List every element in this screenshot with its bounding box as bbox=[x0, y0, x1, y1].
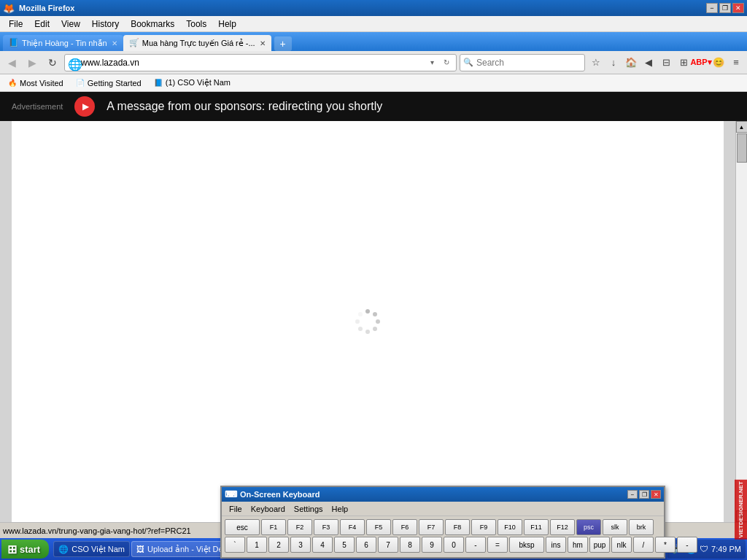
download-icon[interactable]: ↓ bbox=[605, 55, 622, 71]
ad-bar: Advertisement ▶ A message from our spons… bbox=[0, 92, 747, 121]
osk-key-f6[interactable]: F6 bbox=[392, 519, 417, 535]
start-button[interactable]: ⊞ start bbox=[1, 540, 49, 559]
osk-minimize-button[interactable]: − bbox=[627, 490, 638, 499]
osk-menu-help[interactable]: Help bbox=[328, 504, 353, 514]
menu-help[interactable]: Help bbox=[212, 18, 242, 31]
osk-key-2[interactable]: 2 bbox=[268, 537, 289, 553]
bookmark-cso[interactable]: 📘 (1) CSO Việt Nam bbox=[150, 77, 233, 90]
home-icon[interactable]: 🏠 bbox=[623, 55, 639, 71]
svg-point-7 bbox=[358, 312, 363, 316]
osk-key-f8[interactable]: F8 bbox=[445, 519, 470, 535]
minimize-button[interactable]: − bbox=[706, 3, 718, 13]
osk-key-f11[interactable]: F11 bbox=[524, 519, 549, 535]
menu-view[interactable]: View bbox=[55, 18, 86, 31]
osk-restore-button[interactable]: ❐ bbox=[639, 490, 649, 499]
menu-file[interactable]: File bbox=[3, 18, 28, 31]
osk-key-0[interactable]: 0 bbox=[444, 537, 464, 553]
rss-icon[interactable]: ◀ bbox=[640, 55, 657, 71]
tab-facebook[interactable]: 📘 Thiện Hoàng - Tin nhắn ✕ bbox=[3, 35, 123, 51]
osk-key-3[interactable]: 3 bbox=[290, 537, 311, 553]
menu-edit[interactable]: Edit bbox=[28, 18, 55, 31]
osk-menu-file[interactable]: File bbox=[225, 504, 247, 514]
menu-tools[interactable]: Tools bbox=[180, 18, 212, 31]
osk-key-4[interactable]: 4 bbox=[312, 537, 333, 553]
osk-key-f3[interactable]: F3 bbox=[314, 519, 338, 535]
osk-key-equals[interactable]: = bbox=[487, 537, 508, 553]
osk-key-slk[interactable]: slk bbox=[603, 519, 627, 535]
ad-play-icon: ▶ bbox=[82, 101, 89, 112]
address-icons: ▾ ↻ bbox=[425, 56, 453, 69]
osk-key-f1[interactable]: F1 bbox=[261, 519, 286, 535]
osk-key-esc[interactable]: esc bbox=[225, 519, 260, 535]
osk-key-1[interactable]: 1 bbox=[247, 537, 267, 553]
reload-button[interactable]: ↻ bbox=[44, 54, 61, 71]
svg-point-3 bbox=[373, 327, 377, 331]
osk-key-f12[interactable]: F12 bbox=[550, 519, 575, 535]
tray-security-icon[interactable]: 🛡 bbox=[700, 544, 708, 554]
address-go-btn[interactable]: ↻ bbox=[440, 56, 453, 69]
osk-row-function: esc F1 F2 F3 F4 F5 F6 F7 F8 F9 F10 F11 F… bbox=[225, 519, 661, 535]
osk-close-button[interactable]: ✕ bbox=[651, 490, 661, 499]
osk-key-bksp[interactable]: bksp bbox=[509, 537, 544, 553]
osk-menu-settings[interactable]: Settings bbox=[290, 504, 328, 514]
osk-key-brk[interactable]: brk bbox=[629, 519, 654, 535]
new-tab-button[interactable]: + bbox=[274, 36, 292, 51]
osk-key-minus[interactable]: - bbox=[465, 537, 486, 553]
bookmark-star-icon[interactable]: ☆ bbox=[588, 55, 604, 71]
tab-favicon-lazada: 🛒 bbox=[129, 38, 139, 48]
search-input[interactable] bbox=[476, 58, 586, 68]
adblock-icon[interactable]: ABP▾ bbox=[693, 55, 709, 71]
osk-window: ⌨ On-Screen Keyboard − ❐ ✕ File Keyboard… bbox=[220, 486, 665, 559]
osk-key-ins[interactable]: ins bbox=[546, 537, 566, 553]
osk-key-f10[interactable]: F10 bbox=[498, 519, 522, 535]
tab-lazada[interactable]: 🛒 Mua hàng Trực tuyến Giá rẻ -... ✕ bbox=[123, 35, 271, 51]
osk-key-f5[interactable]: F5 bbox=[366, 519, 391, 535]
scrollbar-track[interactable] bbox=[736, 133, 747, 510]
osk-key-numslash[interactable]: / bbox=[633, 537, 654, 553]
address-dropdown-btn[interactable]: ▾ bbox=[425, 56, 438, 69]
osk-title-text: ⌨ On-Screen Keyboard bbox=[225, 489, 320, 499]
osk-key-psc[interactable]: psc bbox=[576, 519, 601, 535]
osk-key-tilde[interactable]: ` bbox=[225, 537, 245, 553]
svg-point-0 bbox=[365, 309, 370, 314]
restore-button[interactable]: ❐ bbox=[719, 3, 731, 13]
tab-close-lazada[interactable]: ✕ bbox=[260, 39, 266, 47]
menu-bar: File Edit View History Bookmarks Tools H… bbox=[0, 16, 747, 32]
taskbar-app-browser[interactable]: 🌐 CSO Việt Nam bbox=[53, 541, 130, 557]
sync-icon[interactable]: ⊟ bbox=[658, 55, 674, 71]
osk-key-numminus[interactable]: - bbox=[677, 537, 697, 553]
osk-key-pup[interactable]: pup bbox=[589, 537, 610, 553]
bookmark-most-visited[interactable]: 🔥 Most Visited bbox=[4, 77, 66, 90]
most-visited-icon: 🔥 bbox=[7, 78, 18, 88]
osk-key-9[interactable]: 9 bbox=[422, 537, 442, 553]
back-button[interactable]: ◀ bbox=[3, 54, 20, 71]
osk-key-f7[interactable]: F7 bbox=[419, 519, 444, 535]
osk-key-f2[interactable]: F2 bbox=[287, 519, 312, 535]
close-button[interactable]: ✕ bbox=[732, 3, 744, 13]
ad-play-button[interactable]: ▶ bbox=[74, 96, 95, 117]
forward-button[interactable]: ▶ bbox=[23, 54, 41, 71]
scrollbar-up-button[interactable]: ▲ bbox=[736, 121, 748, 133]
menu-bookmarks[interactable]: Bookmarks bbox=[125, 18, 180, 31]
new-window-icon[interactable]: ⊞ bbox=[676, 55, 692, 71]
osk-key-numstar[interactable]: * bbox=[655, 537, 676, 553]
scrollbar-thumb[interactable] bbox=[737, 133, 747, 163]
osk-key-nlk[interactable]: nlk bbox=[611, 537, 632, 553]
osk-key-8[interactable]: 8 bbox=[400, 537, 420, 553]
osk-key-5[interactable]: 5 bbox=[334, 537, 355, 553]
osk-key-hm[interactable]: hm bbox=[568, 537, 588, 553]
menu-icon[interactable]: ≡ bbox=[728, 55, 744, 71]
osk-key-f4[interactable]: F4 bbox=[340, 519, 365, 535]
ad-label: Advertisement bbox=[12, 102, 63, 111]
bookmark-getting-started[interactable]: 📄 Getting Started bbox=[72, 77, 144, 90]
osk-key-6[interactable]: 6 bbox=[356, 537, 376, 553]
osk-key-f9[interactable]: F9 bbox=[471, 519, 496, 535]
osk-menu-keyboard[interactable]: Keyboard bbox=[247, 504, 290, 514]
osk-key-7[interactable]: 7 bbox=[378, 537, 398, 553]
address-input[interactable] bbox=[81, 58, 422, 68]
menu-history[interactable]: History bbox=[86, 18, 125, 31]
persona-icon[interactable]: 😊 bbox=[711, 55, 727, 71]
bookmark-cso-label: (1) CSO Việt Nam bbox=[166, 78, 231, 88]
tab-close-facebook[interactable]: ✕ bbox=[112, 39, 117, 47]
title-bar-text: Mozilla Firefox bbox=[19, 4, 74, 12]
